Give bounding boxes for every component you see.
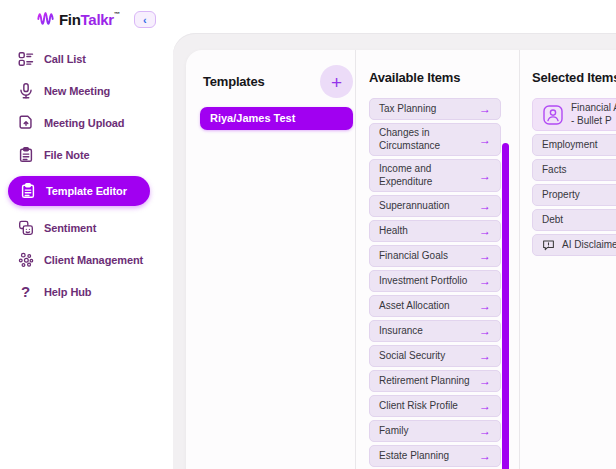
available-item-label: Client Risk Profile <box>379 400 458 413</box>
template-list: Riya/James Test <box>200 107 353 130</box>
main-area: Templates + Riya/James Test Available It… <box>166 0 616 469</box>
workspace-card: Templates + Riya/James Test Available It… <box>173 33 616 469</box>
sidebar-item-sentiment[interactable]: Sentiment <box>0 217 166 238</box>
selected-items-list: Financial Advice Analyst - Bullet PEmplo… <box>532 98 616 256</box>
upload-document-icon <box>16 113 35 132</box>
add-item-arrow-icon[interactable]: → <box>479 424 491 438</box>
selected-item-label: Financial Advice Analyst - Bullet P <box>571 102 616 127</box>
sidebar-item-new-meeting[interactable]: New Meeting <box>0 80 166 101</box>
selected-item-label: AI Disclaimer <box>562 239 616 252</box>
available-item-label: Financial Goals <box>379 250 448 263</box>
add-item-arrow-icon[interactable]: → <box>479 249 491 263</box>
available-item-label: Asset Allocation <box>379 300 450 313</box>
add-item-arrow-icon[interactable]: → <box>479 199 491 213</box>
persona-icon <box>542 104 564 126</box>
available-item-label: Health <box>379 225 408 238</box>
selected-item[interactable]: Debt <box>532 209 616 231</box>
selected-item[interactable]: Facts <box>532 159 616 181</box>
selected-items-column: Selected Items Financial Advice Analyst … <box>519 50 616 469</box>
available-item-label: Changes in Circumstance <box>379 127 473 152</box>
available-items-column: Available Items Tax Planning→Changes in … <box>355 50 519 469</box>
sidebar-collapse-button[interactable]: ‹ <box>134 11 156 28</box>
add-item-arrow-icon[interactable]: → <box>479 449 491 463</box>
selected-item-label: Debt <box>542 214 563 227</box>
available-item-label: Estate Planning <box>379 450 449 463</box>
brand-name: FinTalkr™ <box>59 11 120 28</box>
sidebar-nav: Call List New Meeting <box>0 48 166 302</box>
sidebar-item-label: Template Editor <box>46 185 127 197</box>
available-item-label: Superannuation <box>379 200 450 213</box>
brand-prefix: Fin <box>59 11 81 28</box>
add-item-arrow-icon[interactable]: → <box>479 169 491 183</box>
available-item[interactable]: Insurance→ <box>369 320 501 342</box>
available-item[interactable]: Estate Planning→ <box>369 445 501 467</box>
add-item-arrow-icon[interactable]: → <box>479 374 491 388</box>
available-items-list: Tax Planning→Changes in Circumstance→Inc… <box>369 98 501 469</box>
sidebar-item-client-management[interactable]: Client Management <box>0 249 166 270</box>
add-item-arrow-icon[interactable]: → <box>479 299 491 313</box>
waveform-logo-icon <box>36 10 55 28</box>
add-item-arrow-icon[interactable]: → <box>479 324 491 338</box>
sidebar-item-template-editor[interactable]: Template Editor <box>8 176 150 206</box>
question-mark-icon: ? <box>16 282 35 301</box>
available-item[interactable]: Health→ <box>369 220 501 242</box>
selected-items-title: Selected Items <box>532 70 616 85</box>
templates-title: Templates <box>203 74 265 89</box>
available-items-title: Available Items <box>369 70 460 85</box>
selected-item[interactable]: AI Disclaimer <box>532 234 616 256</box>
logo-row: FinTalkr™ ‹ <box>0 0 166 28</box>
available-item[interactable]: Tax Planning→ <box>369 98 501 120</box>
ai-disclaimer-icon <box>542 239 555 252</box>
clipboard-icon <box>18 182 37 201</box>
available-item-label: Social Security <box>379 350 445 363</box>
add-item-arrow-icon[interactable]: → <box>479 274 491 288</box>
available-item[interactable]: Superannuation→ <box>369 195 501 217</box>
sidebar-item-label: Client Management <box>44 254 143 266</box>
available-item-label: Family <box>379 425 408 438</box>
add-item-arrow-icon[interactable]: → <box>479 349 491 363</box>
available-item[interactable]: Family→ <box>369 420 501 442</box>
sidebar-item-file-note[interactable]: File Note <box>0 144 166 165</box>
available-item-label: Retirement Planning <box>379 375 470 388</box>
sidebar-item-label: Sentiment <box>44 222 96 234</box>
selected-item-label: Property <box>542 189 580 202</box>
available-item-label: Income and Expenditure <box>379 163 473 188</box>
sidebar-item-call-list[interactable]: Call List <box>0 48 166 69</box>
sidebar-item-label: Help Hub <box>44 286 91 298</box>
microphone-icon <box>16 81 35 100</box>
available-item[interactable]: Asset Allocation→ <box>369 295 501 317</box>
selected-item[interactable]: Property <box>532 184 616 206</box>
add-item-arrow-icon[interactable]: → <box>479 224 491 238</box>
app-window: FinTalkr™ ‹ Call List <box>0 0 616 469</box>
templates-header-row: Templates + <box>200 64 353 98</box>
add-item-arrow-icon[interactable]: → <box>479 133 491 147</box>
note-icon <box>16 145 35 164</box>
scrollbar-thumb[interactable] <box>502 143 509 469</box>
trademark: ™ <box>114 11 120 17</box>
available-item-label: Insurance <box>379 325 423 338</box>
selected-item[interactable]: Financial Advice Analyst - Bullet P <box>532 98 616 131</box>
sidebar-item-meeting-upload[interactable]: Meeting Upload <box>0 112 166 133</box>
available-item[interactable]: Client Risk Profile→ <box>369 395 501 417</box>
template-item[interactable]: Riya/James Test <box>200 107 353 130</box>
add-item-arrow-icon[interactable]: → <box>479 399 491 413</box>
selected-item-label: Employment <box>542 139 598 152</box>
templates-column: Templates + Riya/James Test <box>186 50 355 469</box>
sidebar-item-label: Meeting Upload <box>44 117 125 129</box>
add-template-button[interactable]: + <box>320 65 353 98</box>
add-item-arrow-icon[interactable]: → <box>479 102 491 116</box>
sidebar: FinTalkr™ ‹ Call List <box>0 0 166 469</box>
sidebar-item-help-hub[interactable]: ? Help Hub <box>0 281 166 302</box>
selected-item[interactable]: Employment <box>532 134 616 156</box>
sentiment-faces-icon <box>16 218 35 237</box>
available-item[interactable]: Social Security→ <box>369 345 501 367</box>
available-item-label: Investment Portfolio <box>379 275 467 288</box>
available-item-label: Tax Planning <box>379 103 436 116</box>
call-list-icon <box>16 49 35 68</box>
available-item[interactable]: Retirement Planning→ <box>369 370 501 392</box>
available-item[interactable]: Changes in Circumstance→ <box>369 123 501 156</box>
selected-item-label: Facts <box>542 164 566 177</box>
available-item[interactable]: Income and Expenditure→ <box>369 159 501 192</box>
available-item[interactable]: Financial Goals→ <box>369 245 501 267</box>
available-item[interactable]: Investment Portfolio→ <box>369 270 501 292</box>
